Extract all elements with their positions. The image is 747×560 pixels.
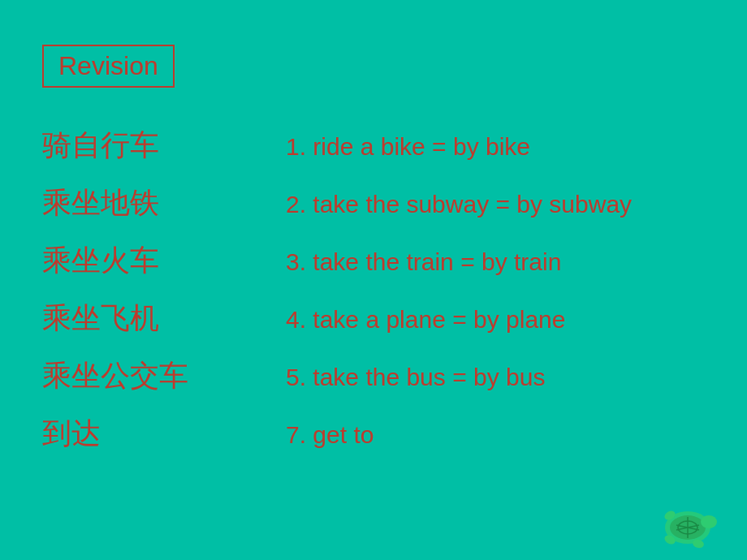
chinese-text: 骑自行车: [42, 126, 237, 166]
vocab-row: 乘坐公交车5. take the bus = by bus: [42, 356, 705, 396]
svg-point-2: [701, 515, 717, 528]
chinese-text: 到达: [42, 414, 237, 454]
decoration: [658, 503, 723, 552]
vocab-row: 骑自行车1. ride a bike = by bike: [42, 126, 705, 166]
english-text: 2. take the subway = by subway: [286, 191, 632, 218]
content-area: 骑自行车1. ride a bike = by bike乘坐地铁2. take …: [0, 126, 747, 472]
chinese-text: 乘坐地铁: [42, 183, 237, 223]
vocab-row: 到达7. get to: [42, 414, 705, 454]
chinese-text: 乘坐公交车: [42, 356, 237, 396]
chinese-text: 乘坐火车: [42, 241, 237, 281]
revision-label: Revision: [58, 51, 158, 80]
vocab-row: 乘坐火车3. take the train = by train: [42, 241, 705, 281]
english-text: 4. take a plane = by plane: [286, 306, 565, 334]
english-text: 7. get to: [286, 421, 374, 449]
english-text: 3. take the train = by train: [286, 248, 561, 276]
vocab-row: 乘坐飞机4. take a plane = by plane: [42, 299, 705, 338]
revision-box: Revision: [42, 45, 175, 88]
turtle-icon: [658, 503, 723, 552]
vocab-row: 乘坐地铁2. take the subway = by subway: [42, 183, 705, 223]
chinese-text: 乘坐飞机: [42, 299, 237, 338]
english-text: 5. take the bus = by bus: [286, 364, 545, 391]
english-text: 1. ride a bike = by bike: [286, 133, 530, 161]
